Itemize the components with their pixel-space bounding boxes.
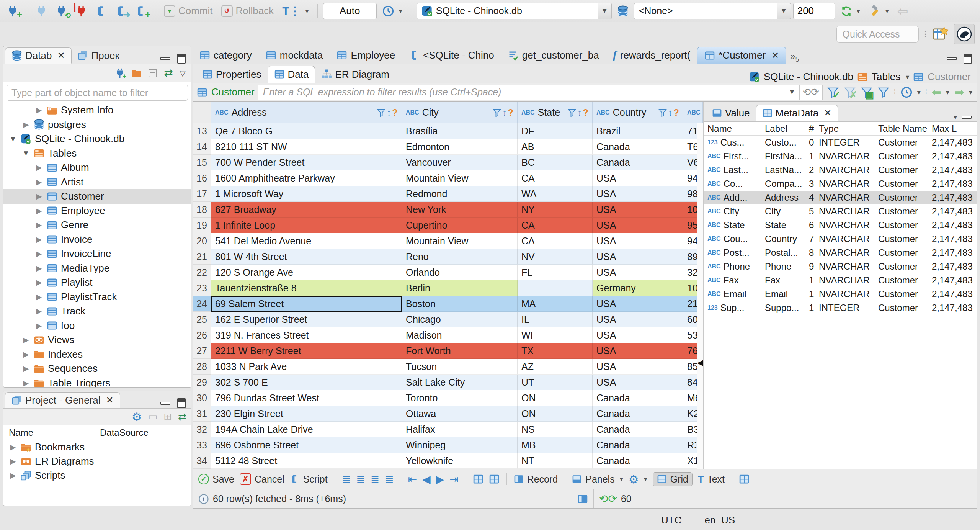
cell-country[interactable]: USA (593, 186, 683, 202)
custom-filter-button[interactable] (877, 86, 890, 99)
wrap-text-icon[interactable]: ≣ (385, 473, 394, 486)
tree-item-artist[interactable]: ▶Artist (3, 175, 191, 190)
expander-icon[interactable]: ▶ (35, 307, 43, 316)
minimize-icon[interactable] (947, 57, 957, 60)
meta-cell-table[interactable]: Customer (874, 232, 928, 246)
locale-indicator[interactable]: en_US (705, 514, 735, 526)
column-header-city[interactable]: ABCCity↕? (402, 102, 518, 123)
meta-cell-table[interactable]: Customer (874, 149, 928, 163)
cell-address[interactable]: 230 Elgin Street (211, 406, 402, 422)
maximize-icon[interactable] (964, 54, 972, 64)
connect-button[interactable] (33, 4, 50, 18)
column-header-address[interactable]: ABCAddress↕? (211, 102, 402, 123)
save-filter-button[interactable]: ▣ (860, 86, 873, 99)
cell-state[interactable]: FL (518, 265, 593, 280)
meta-cell-type[interactable]: NVARCHAR (815, 273, 874, 287)
meta-cell-label[interactable]: Phone (761, 260, 805, 273)
cell-address[interactable]: 2211 W Berry Street (211, 343, 402, 359)
cell-state[interactable]: CA (518, 170, 593, 186)
cell-state[interactable]: AZ (518, 359, 593, 375)
tab-metadata[interactable]: MetaData✕ (756, 105, 838, 121)
meta-cell-name[interactable]: ABCFax (704, 273, 761, 287)
meta-cell-name[interactable]: ABCCou... (704, 232, 761, 246)
cell-city[interactable]: Yellowknife (402, 453, 518, 469)
column-header-state[interactable]: ABCState↕? (518, 102, 593, 123)
meta-cell-table[interactable]: Customer (874, 191, 928, 204)
meta-cell-ord[interactable]: 1 (805, 273, 815, 287)
link-with-editor-icon[interactable]: ⇄ (178, 411, 186, 423)
cell-city[interactable]: Mountain View (402, 170, 518, 186)
metadata-row[interactable]: ABCLast...LastNa...2NVARCHARCustomer2,14… (704, 163, 977, 177)
column-header-datasource[interactable]: DataSource (95, 427, 149, 438)
cell-city[interactable]: Vancouver (402, 155, 518, 170)
metadata-row[interactable]: ABCCo...Compa...3NVARCHARCustomer2,147,4… (704, 177, 977, 191)
cell-country[interactable]: Brazil (593, 123, 683, 139)
tree-item-mediatype[interactable]: ▶MediaType (3, 261, 191, 276)
fetch-next-page-icon[interactable] (473, 474, 483, 484)
sort-hint-icon[interactable]: ? (392, 107, 398, 118)
meta-cell-label[interactable]: Address (761, 191, 805, 204)
quick-access-input[interactable] (836, 26, 919, 43)
meta-cell-label[interactable]: Custo... (761, 136, 805, 149)
maximize-icon[interactable] (177, 54, 186, 64)
object-filter-input[interactable] (7, 85, 188, 101)
tree-item-playlist[interactable]: ▶Playlist (3, 275, 191, 290)
cell-address[interactable]: 8210 111 ST NW (211, 139, 402, 155)
record-button[interactable]: Record (514, 474, 558, 485)
meta-cell-type[interactable]: INTEGER (815, 301, 874, 315)
minimize-icon[interactable] (160, 57, 170, 60)
meta-cell-max[interactable]: 2,147,483 (928, 246, 977, 260)
meta-col-table[interactable]: Table Name (874, 122, 928, 135)
script-button[interactable]: Script (290, 474, 328, 485)
expander-icon[interactable]: ▶ (35, 163, 43, 172)
column-header-partial[interactable]: ABC (683, 102, 703, 123)
cell-state[interactable]: CA (518, 218, 593, 233)
panel-menu-icon[interactable]: ▾ (954, 113, 957, 121)
autosize-columns-icon[interactable]: ≣ (371, 473, 379, 486)
sort-icon[interactable]: ↕ (577, 107, 582, 118)
cell-address[interactable]: Tauentzienstraße 8 (211, 280, 402, 296)
meta-cell-max[interactable]: 2,147,483 (928, 136, 977, 149)
cell-address[interactable]: 627 Broadway (211, 202, 402, 218)
metadata-row[interactable]: 123Sup...Suppo...1INTEGERCustomer2,147,4… (704, 301, 977, 315)
cell-state[interactable]: NV (518, 249, 593, 265)
new-connection-button[interactable]: + (4, 4, 21, 18)
nav-back-button[interactable]: ⬅▾ (931, 85, 950, 100)
meta-cell-ord[interactable]: 1 (805, 149, 815, 163)
cell-state[interactable]: ON (518, 406, 593, 422)
save-button[interactable]: ✓Save (198, 474, 234, 485)
meta-cell-type[interactable]: NVARCHAR (815, 218, 874, 232)
expander-icon[interactable]: ▶ (22, 120, 30, 129)
cell-address[interactable]: 801 W 4th Street (211, 249, 402, 265)
cell-city[interactable]: Boston (402, 296, 518, 312)
align-rows-icon[interactable]: ≣ (342, 473, 351, 486)
active-schema-combo[interactable]: <None> (634, 3, 779, 19)
grid-corner-cell[interactable] (193, 102, 211, 123)
meta-cell-max[interactable]: 2,147,483 (928, 273, 977, 287)
tab-properties[interactable]: Properties (196, 66, 268, 83)
view-menu-button[interactable]: ▽ (179, 68, 186, 79)
refresh-button[interactable]: ⟲⟳ (799, 85, 823, 100)
cell-state[interactable]: IL (518, 312, 593, 327)
cell-address[interactable]: 1033 N Park Ave (211, 359, 402, 375)
row-number[interactable]: 22 (193, 265, 211, 280)
row-number[interactable]: 26 (193, 327, 211, 343)
cell-state[interactable]: NS (518, 422, 593, 437)
cell-country[interactable]: Canada (593, 406, 683, 422)
meta-cell-name[interactable]: 123Cus... (704, 136, 761, 149)
meta-cell-ord[interactable]: 8 (805, 246, 815, 260)
cell-state[interactable]: MA (518, 296, 593, 312)
hidden-tabs-indicator[interactable]: »5 (790, 51, 799, 64)
auto-refresh-button[interactable]: ▾ (838, 4, 863, 18)
meta-cell-label[interactable]: Email (761, 287, 805, 301)
schema-combo-arrow[interactable]: ▼ (777, 3, 791, 19)
cell-city[interactable]: Madison (402, 327, 518, 343)
breadcrumb-table[interactable]: Customer (928, 71, 971, 83)
cell-city[interactable]: Redmond (402, 186, 518, 202)
meta-cell-type[interactable]: NVARCHAR (815, 191, 874, 204)
result-mode-segment[interactable] (572, 489, 594, 508)
row-number[interactable]: 20 (193, 233, 211, 249)
meta-cell-max[interactable]: 2,147,483 (928, 232, 977, 246)
dbeaver-perspective-button[interactable] (954, 24, 975, 44)
database-combo-arrow[interactable]: ▼ (598, 3, 612, 19)
